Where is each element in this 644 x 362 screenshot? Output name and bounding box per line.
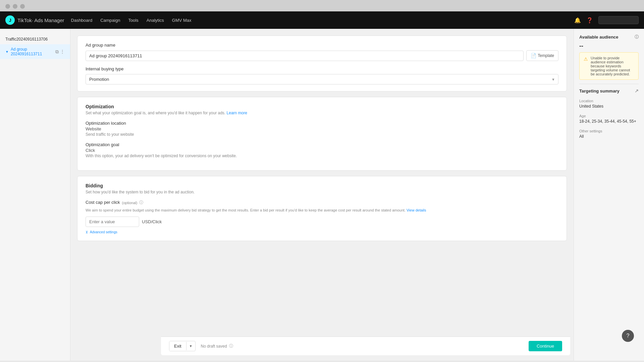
logo: J TikTok· Ads Manager: [5, 15, 64, 25]
right-panel: Available audience ⓘ -- ⚠ Unable to prov…: [574, 29, 644, 361]
audience-warning-text: Unable to provide audience estimation be…: [591, 56, 634, 76]
ad-group-name-card: Ad group name 📄 Template Internal buying…: [77, 36, 567, 92]
cost-cap-unit: USD/Click: [142, 219, 162, 224]
optimization-card: Optimization Set what your optimization …: [77, 97, 567, 171]
audience-info-icon[interactable]: ⓘ: [635, 34, 639, 40]
targeting-summary-title-row: Targeting summary ↗: [579, 88, 639, 94]
optimization-location-label: Optimization location: [86, 121, 558, 126]
internal-buying-type-wrapper: Promotion ▼: [86, 74, 558, 84]
floating-help-button[interactable]: ?: [622, 330, 634, 342]
other-settings-label: Other settings: [579, 129, 639, 133]
optimization-desc: Set what your optimization goal is, and …: [86, 111, 558, 115]
nav-tools[interactable]: Tools: [128, 18, 138, 23]
age-label: Age: [579, 114, 639, 118]
draft-status-text: No draft saved: [201, 344, 227, 349]
cost-cap-label-row: Cost cap per click (optional) ⓘ: [86, 200, 558, 205]
optimization-location-value: Website: [86, 126, 558, 131]
window-maximize-btn[interactable]: [20, 4, 25, 9]
learn-more-link[interactable]: Learn more: [227, 111, 247, 115]
cost-cap-input-row: USD/Click: [86, 217, 558, 227]
exit-button[interactable]: Exit: [169, 341, 186, 351]
adgroup-actions: ⧉ ⋮: [55, 49, 65, 55]
sidebar-campaign: Traffic20240916113706: [0, 34, 70, 44]
brand-name: TikTok· Ads Manager: [17, 17, 64, 23]
ad-group-name-label: Ad group name: [86, 43, 558, 48]
nav-links: Dashboard Campaign Tools Analytics GMV M…: [71, 18, 192, 23]
cost-cap-input[interactable]: [86, 217, 139, 227]
topnav-right: 🔔 ❓: [574, 16, 639, 24]
top-navigation: J TikTok· Ads Manager Dashboard Campaign…: [0, 11, 644, 29]
cost-cap-info-icon[interactable]: ⓘ: [139, 200, 143, 205]
targeting-summary-title: Targeting summary: [579, 88, 620, 94]
template-icon: 📄: [531, 53, 536, 58]
window-close-btn[interactable]: [5, 4, 10, 9]
optimization-goal-value: Click: [86, 148, 558, 153]
age-value: 18-24, 25-34, 35-44, 45-54, 55+: [579, 119, 639, 124]
nav-dashboard[interactable]: Dashboard: [71, 18, 93, 23]
draft-status: No draft saved ⓘ: [201, 343, 233, 349]
age-section: Age 18-24, 25-34, 35-44, 45-54, 55+: [579, 114, 639, 124]
window-minimize-btn[interactable]: [13, 4, 17, 9]
cost-cap-optional: (optional): [122, 201, 138, 205]
cost-cap-label: Cost cap per click: [86, 200, 120, 205]
audience-value: --: [579, 43, 639, 50]
targeting-summary-icon[interactable]: ↗: [635, 88, 639, 94]
copy-icon[interactable]: ⧉: [55, 49, 59, 55]
bidding-card: Bidding Set how you'd like the system to…: [77, 176, 567, 241]
nav-campaign[interactable]: Campaign: [100, 18, 120, 23]
continue-button[interactable]: Continue: [529, 341, 562, 351]
sidebar: Traffic20240916113706 ▼ Ad group 2024091…: [0, 29, 70, 361]
optimization-location-sub: Send traffic to your website: [86, 132, 558, 137]
ad-group-name-row: 📄 Template: [86, 50, 558, 61]
bottom-bar: Exit ▼ No draft saved ⓘ Continue: [161, 337, 570, 355]
location-label: Location: [579, 99, 639, 103]
exit-dropdown-button[interactable]: ▼: [186, 342, 195, 350]
nav-analytics[interactable]: Analytics: [147, 18, 164, 23]
account-dropdown[interactable]: [598, 16, 639, 24]
more-icon[interactable]: ⋮: [60, 49, 65, 55]
sidebar-adgroup[interactable]: ▼ Ad group 20240916113711 ⧉ ⋮: [0, 44, 70, 59]
nav-gmvmax[interactable]: GMV Max: [172, 18, 192, 23]
logo-avatar: J: [5, 15, 15, 25]
other-settings-section: Other settings All: [579, 129, 639, 139]
location-value: United States: [579, 104, 639, 109]
notification-icon[interactable]: 🔔: [574, 17, 581, 23]
adgroup-arrow-icon: ▼: [5, 50, 9, 54]
draft-info-icon[interactable]: ⓘ: [229, 343, 233, 349]
help-icon[interactable]: ❓: [586, 17, 593, 23]
sidebar-adgroup-label: Ad group 20240916113711: [11, 47, 53, 56]
bidding-desc: Set how you'd like the system to bid for…: [86, 190, 558, 194]
advanced-settings-toggle[interactable]: ⊻ Advanced settings: [86, 230, 558, 234]
view-details-link[interactable]: View details: [407, 208, 426, 212]
bidding-title: Bidding: [86, 183, 558, 188]
internal-buying-type-label: Internal buying type: [86, 66, 558, 71]
internal-buying-type-select[interactable]: Promotion: [86, 74, 558, 84]
cost-cap-desc: We aim to spend your entire budget using…: [86, 207, 558, 213]
warning-icon: ⚠: [584, 56, 588, 62]
location-section: Location United States: [579, 99, 639, 109]
optimization-goal-sub: With this option, your ad delivery won't…: [86, 154, 558, 158]
optimization-goal-label: Optimization goal: [86, 142, 558, 147]
advanced-settings-arrow-icon: ⊻: [86, 230, 88, 234]
advanced-settings-label: Advanced settings: [90, 230, 117, 234]
other-settings-value: All: [579, 134, 639, 139]
available-audience-title: Available audience: [579, 35, 619, 40]
optimization-location-group: Optimization location Website Send traff…: [86, 121, 558, 137]
optimization-title: Optimization: [86, 104, 558, 109]
template-button[interactable]: 📄 Template: [526, 50, 558, 61]
panel-divider: [579, 84, 639, 84]
content-area: Ad group name 📄 Template Internal buying…: [70, 29, 574, 361]
exit-button-group: Exit ▼: [169, 341, 196, 351]
main-layout: Traffic20240916113706 ▼ Ad group 2024091…: [0, 29, 644, 361]
ad-group-name-input[interactable]: [86, 51, 524, 61]
optimization-goal-group: Optimization goal Click With this option…: [86, 142, 558, 158]
window-chrome: [0, 0, 644, 11]
available-audience-title-row: Available audience ⓘ: [579, 34, 639, 40]
audience-warning-box: ⚠ Unable to provide audience estimation …: [579, 52, 639, 80]
